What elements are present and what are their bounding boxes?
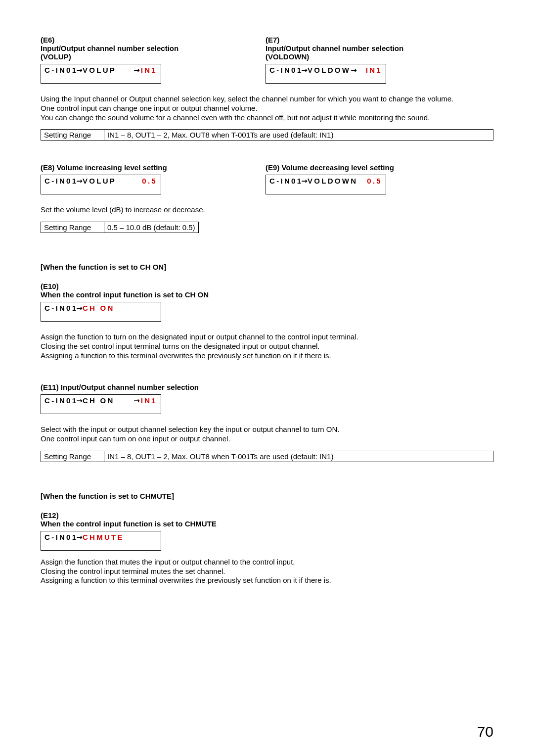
lcd-func: VOLUP <box>83 66 116 75</box>
body-text: One control input can change one input o… <box>41 104 493 113</box>
e7-lcd: C-IN01 → VOLDOW → IN1 <box>266 64 386 84</box>
arrow-right-icon: → <box>76 533 83 542</box>
lcd-value: 0.5 <box>367 177 382 186</box>
range-value: IN1 – 8, OUT1 – 2, Max. OUT8 when T-001T… <box>104 130 493 141</box>
body-text: Set the volume level (dB) to increase or… <box>41 205 493 215</box>
arrow-right-icon: → <box>76 66 83 75</box>
e7-title1: Input/Output channel number selection <box>266 44 451 52</box>
body-text: One control input can turn on one input … <box>41 434 493 444</box>
e6-lcd: C-IN01 → VOLUP → IN1 <box>41 64 161 84</box>
page-number: 70 <box>477 723 493 740</box>
arrow-right-icon: → <box>76 177 83 186</box>
page: (E6) Input/Output channel number selecti… <box>0 0 534 756</box>
arrow-right-icon: → <box>76 304 83 313</box>
e7-title2: (VOLDOWN) <box>266 52 451 61</box>
lcd-func: VOLUP <box>83 177 116 186</box>
lcd-value: IN1 <box>141 396 157 405</box>
lcd-func: CHMUTE <box>83 533 124 542</box>
e10-tag: (E10) <box>41 282 493 290</box>
e10-title: When the control input function is set t… <box>41 290 493 299</box>
lcd-prefix: C-IN01 <box>44 177 78 186</box>
body-text: Assign the function that mutes the input… <box>41 558 493 567</box>
chon-heading: [When the function is set to CH ON] <box>41 263 493 271</box>
body-text: Select with the input or output channel … <box>41 425 493 434</box>
caret-right-icon: → <box>134 396 140 405</box>
arrow-right-icon: → <box>301 177 308 186</box>
lcd-value: IN1 <box>141 66 157 75</box>
body-text: Closing the control input terminal mutes… <box>41 567 493 576</box>
e11-lcd: C-IN01 → CH ON → IN1 <box>41 394 161 414</box>
range-value: IN1 – 8, OUT1 – 2, Max. OUT8 when T-001T… <box>104 451 493 462</box>
e9-lcd: C-IN01 → VOLDOWN 0.5 <box>266 175 386 194</box>
lcd-prefix: C-IN01 <box>44 396 78 405</box>
e6-block: (E6) Input/Output channel number selecti… <box>41 36 226 84</box>
e6-tag: (E6) <box>41 36 226 44</box>
e8-title: (E8) Volume increasing level setting <box>41 163 226 172</box>
range-label: Setting Range <box>41 451 104 462</box>
arrow-right-icon: → <box>301 66 308 75</box>
body-text: Using the Input channel or Output channe… <box>41 94 493 104</box>
e9-block: (E9) Volume decreasing level setting C-I… <box>266 163 451 194</box>
lcd-func: CH ON <box>83 304 115 313</box>
e8-e9-row: (E8) Volume increasing level setting C-I… <box>41 163 493 194</box>
lcd-value: IN1 <box>366 66 382 75</box>
lcd-func: CH ON <box>83 396 115 405</box>
body-text: Assigning a function to this terminal ov… <box>41 576 493 585</box>
body-text: You can change the sound volume for a ch… <box>41 113 493 123</box>
lcd-func: VOLDOW <box>308 66 351 75</box>
e6-title1: Input/Output channel number selection <box>41 44 226 52</box>
lcd-prefix: C-IN01 <box>44 304 78 313</box>
lcd-value: 0.5 <box>142 177 157 186</box>
caret-right-icon: → <box>134 66 140 75</box>
setting-range-table: Setting Range IN1 – 8, OUT1 – 2, Max. OU… <box>41 451 493 462</box>
body-text: Assigning a function to this terminal ov… <box>41 351 493 361</box>
e7-tag: (E7) <box>266 36 451 44</box>
e12-lcd: C-IN01 → CHMUTE <box>41 531 161 551</box>
lcd-prefix: C-IN01 <box>269 177 303 186</box>
lcd-prefix: C-IN01 <box>44 533 78 542</box>
e6-title2: (VOLUP) <box>41 52 226 61</box>
e8-block: (E8) Volume increasing level setting C-I… <box>41 163 226 194</box>
range-label: Setting Range <box>41 130 104 141</box>
e6-e7-row: (E6) Input/Output channel number selecti… <box>41 36 493 84</box>
e7-block: (E7) Input/Output channel number selecti… <box>266 36 451 84</box>
setting-range-table: Setting Range 0.5 – 10.0 dB (default: 0.… <box>41 222 199 233</box>
e10-lcd: C-IN01 → CH ON <box>41 302 161 322</box>
lcd-func: VOLDOWN <box>308 177 357 186</box>
e12-title: When the control input function is set t… <box>41 520 493 528</box>
body-text: Closing the set control input terminal t… <box>41 342 493 351</box>
e9-title: (E9) Volume decreasing level setting <box>266 163 451 172</box>
setting-range-table: Setting Range IN1 – 8, OUT1 – 2, Max. OU… <box>41 129 493 141</box>
body-text: Assign the function to turn on the desig… <box>41 332 493 342</box>
lcd-prefix: C-IN01 <box>269 66 303 75</box>
caret-right-icon: → <box>351 66 357 75</box>
lcd-prefix: C-IN01 <box>44 66 78 75</box>
e12-tag: (E12) <box>41 511 493 520</box>
range-label: Setting Range <box>41 222 104 233</box>
arrow-right-icon: → <box>76 396 83 405</box>
range-value: 0.5 – 10.0 dB (default: 0.5) <box>104 222 199 233</box>
chmute-heading: [When the function is set to CHMUTE] <box>41 492 493 500</box>
e8-lcd: C-IN01 → VOLUP 0.5 <box>41 175 161 194</box>
e11-title: (E11) Input/Output channel number select… <box>41 383 493 391</box>
